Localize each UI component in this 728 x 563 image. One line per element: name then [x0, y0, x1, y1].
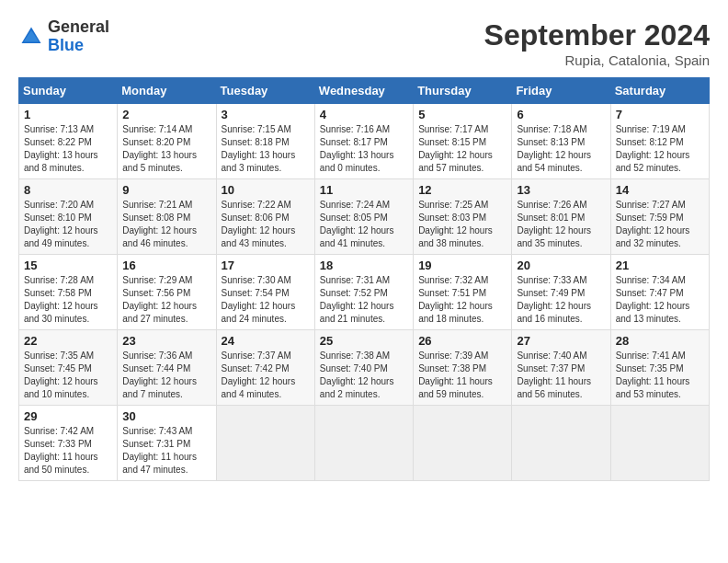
- day-number: 2: [122, 108, 210, 121]
- day-info: Sunrise: 7:39 AM Sunset: 7:38 PM Dayligh…: [418, 350, 506, 401]
- calendar-cell: [512, 406, 610, 481]
- day-number: 13: [517, 183, 605, 197]
- title-section: September 2024 Rupia, Catalonia, Spain: [484, 18, 710, 68]
- day-info: Sunrise: 7:13 AM Sunset: 8:22 PM Dayligh…: [24, 123, 112, 175]
- day-number: 22: [24, 334, 112, 348]
- calendar-table: SundayMondayTuesdayWednesdayThursdayFrid…: [18, 77, 710, 481]
- calendar-cell: 16Sunrise: 7:29 AM Sunset: 7:56 PM Dayli…: [118, 255, 216, 330]
- calendar-cell: [216, 406, 314, 481]
- day-info: Sunrise: 7:20 AM Sunset: 8:10 PM Dayligh…: [24, 199, 112, 250]
- day-number: 4: [320, 108, 408, 121]
- day-info: Sunrise: 7:43 AM Sunset: 7:31 PM Dayligh…: [122, 425, 210, 477]
- day-info: Sunrise: 7:26 AM Sunset: 8:01 PM Dayligh…: [517, 199, 605, 250]
- day-number: 15: [24, 259, 112, 272]
- calendar-cell: [314, 406, 413, 481]
- week-row: 15Sunrise: 7:28 AM Sunset: 7:58 PM Dayli…: [19, 255, 710, 330]
- day-number: 23: [122, 334, 210, 348]
- day-number: 21: [616, 259, 704, 272]
- calendar-cell: 25Sunrise: 7:38 AM Sunset: 7:40 PM Dayli…: [314, 330, 413, 406]
- calendar-cell: 12Sunrise: 7:25 AM Sunset: 8:03 PM Dayli…: [414, 179, 512, 255]
- calendar-cell: 14Sunrise: 7:27 AM Sunset: 7:59 PM Dayli…: [610, 179, 709, 255]
- day-info: Sunrise: 7:42 AM Sunset: 7:33 PM Dayligh…: [24, 425, 112, 477]
- calendar-cell: 26Sunrise: 7:39 AM Sunset: 7:38 PM Dayli…: [414, 330, 512, 406]
- logo-blue: Blue: [48, 37, 109, 55]
- day-info: Sunrise: 7:25 AM Sunset: 8:03 PM Dayligh…: [418, 199, 506, 250]
- day-number: 5: [418, 108, 506, 121]
- calendar-cell: [610, 406, 709, 481]
- week-row: 1Sunrise: 7:13 AM Sunset: 8:22 PM Daylig…: [19, 104, 710, 179]
- calendar-cell: 17Sunrise: 7:30 AM Sunset: 7:54 PM Dayli…: [216, 255, 314, 330]
- day-number: 16: [122, 259, 210, 272]
- week-row: 22Sunrise: 7:35 AM Sunset: 7:45 PM Dayli…: [19, 330, 710, 406]
- day-info: Sunrise: 7:34 AM Sunset: 7:47 PM Dayligh…: [616, 274, 704, 326]
- calendar-cell: 19Sunrise: 7:32 AM Sunset: 7:51 PM Dayli…: [414, 255, 512, 330]
- calendar-cell: 11Sunrise: 7:24 AM Sunset: 8:05 PM Dayli…: [314, 179, 413, 255]
- day-number: 29: [24, 409, 112, 423]
- day-number: 25: [320, 334, 408, 348]
- day-info: Sunrise: 7:22 AM Sunset: 8:06 PM Dayligh…: [222, 199, 310, 250]
- calendar-cell: 6Sunrise: 7:18 AM Sunset: 8:13 PM Daylig…: [512, 104, 610, 179]
- week-row: 8Sunrise: 7:20 AM Sunset: 8:10 PM Daylig…: [19, 179, 710, 255]
- weekday-header: Wednesday: [314, 78, 413, 104]
- logo-general: General: [48, 18, 109, 37]
- weekday-header: Thursday: [414, 78, 512, 104]
- calendar-cell: 28Sunrise: 7:41 AM Sunset: 7:35 PM Dayli…: [610, 330, 709, 406]
- calendar-cell: 10Sunrise: 7:22 AM Sunset: 8:06 PM Dayli…: [216, 179, 314, 255]
- day-info: Sunrise: 7:28 AM Sunset: 7:58 PM Dayligh…: [24, 274, 112, 326]
- day-number: 19: [418, 259, 506, 272]
- weekday-header: Sunday: [19, 78, 118, 104]
- calendar-cell: 22Sunrise: 7:35 AM Sunset: 7:45 PM Dayli…: [19, 330, 118, 406]
- calendar-cell: 29Sunrise: 7:42 AM Sunset: 7:33 PM Dayli…: [19, 406, 118, 481]
- day-number: 28: [616, 334, 704, 348]
- day-number: 7: [616, 108, 704, 121]
- day-number: 10: [222, 183, 310, 197]
- day-info: Sunrise: 7:31 AM Sunset: 7:52 PM Dayligh…: [320, 274, 408, 326]
- day-info: Sunrise: 7:40 AM Sunset: 7:37 PM Dayligh…: [517, 350, 605, 401]
- calendar-cell: 7Sunrise: 7:19 AM Sunset: 8:12 PM Daylig…: [610, 104, 709, 179]
- week-row: 29Sunrise: 7:42 AM Sunset: 7:33 PM Dayli…: [19, 406, 710, 481]
- calendar-cell: 20Sunrise: 7:33 AM Sunset: 7:49 PM Dayli…: [512, 255, 610, 330]
- calendar-cell: 8Sunrise: 7:20 AM Sunset: 8:10 PM Daylig…: [19, 179, 118, 255]
- day-info: Sunrise: 7:29 AM Sunset: 7:56 PM Dayligh…: [122, 274, 210, 326]
- day-number: 12: [418, 183, 506, 197]
- calendar-cell: 21Sunrise: 7:34 AM Sunset: 7:47 PM Dayli…: [610, 255, 709, 330]
- day-number: 18: [320, 259, 408, 272]
- weekday-header-row: SundayMondayTuesdayWednesdayThursdayFrid…: [19, 78, 710, 104]
- day-info: Sunrise: 7:21 AM Sunset: 8:08 PM Dayligh…: [122, 199, 210, 250]
- day-number: 14: [616, 183, 704, 197]
- day-info: Sunrise: 7:14 AM Sunset: 8:20 PM Dayligh…: [122, 123, 210, 175]
- calendar-cell: 27Sunrise: 7:40 AM Sunset: 7:37 PM Dayli…: [512, 330, 610, 406]
- day-info: Sunrise: 7:32 AM Sunset: 7:51 PM Dayligh…: [418, 274, 506, 326]
- month-title: September 2024: [484, 18, 710, 52]
- calendar-cell: 4Sunrise: 7:16 AM Sunset: 8:17 PM Daylig…: [314, 104, 413, 179]
- day-number: 24: [222, 334, 310, 348]
- calendar-cell: 18Sunrise: 7:31 AM Sunset: 7:52 PM Dayli…: [314, 255, 413, 330]
- day-info: Sunrise: 7:41 AM Sunset: 7:35 PM Dayligh…: [616, 350, 704, 401]
- calendar-cell: 30Sunrise: 7:43 AM Sunset: 7:31 PM Dayli…: [118, 406, 216, 481]
- logo-icon: [18, 24, 44, 50]
- calendar-cell: 9Sunrise: 7:21 AM Sunset: 8:08 PM Daylig…: [118, 179, 216, 255]
- day-info: Sunrise: 7:17 AM Sunset: 8:15 PM Dayligh…: [418, 123, 506, 175]
- day-info: Sunrise: 7:33 AM Sunset: 7:49 PM Dayligh…: [517, 274, 605, 326]
- calendar-cell: 2Sunrise: 7:14 AM Sunset: 8:20 PM Daylig…: [118, 104, 216, 179]
- weekday-header: Saturday: [610, 78, 709, 104]
- day-number: 11: [320, 183, 408, 197]
- day-info: Sunrise: 7:19 AM Sunset: 8:12 PM Dayligh…: [616, 123, 704, 175]
- page-header: General Blue September 2024 Rupia, Catal…: [18, 18, 710, 68]
- day-number: 26: [418, 334, 506, 348]
- calendar-cell: 13Sunrise: 7:26 AM Sunset: 8:01 PM Dayli…: [512, 179, 610, 255]
- day-number: 27: [517, 334, 605, 348]
- calendar-cell: 24Sunrise: 7:37 AM Sunset: 7:42 PM Dayli…: [216, 330, 314, 406]
- weekday-header: Monday: [118, 78, 216, 104]
- day-info: Sunrise: 7:38 AM Sunset: 7:40 PM Dayligh…: [320, 350, 408, 401]
- logo: General Blue: [18, 18, 109, 55]
- day-number: 30: [122, 409, 210, 423]
- day-info: Sunrise: 7:37 AM Sunset: 7:42 PM Dayligh…: [222, 350, 310, 401]
- day-info: Sunrise: 7:30 AM Sunset: 7:54 PM Dayligh…: [222, 274, 310, 326]
- weekday-header: Friday: [512, 78, 610, 104]
- day-info: Sunrise: 7:36 AM Sunset: 7:44 PM Dayligh…: [122, 350, 210, 401]
- day-number: 3: [222, 108, 310, 121]
- day-info: Sunrise: 7:27 AM Sunset: 7:59 PM Dayligh…: [616, 199, 704, 250]
- day-number: 6: [517, 108, 605, 121]
- location: Rupia, Catalonia, Spain: [484, 52, 710, 68]
